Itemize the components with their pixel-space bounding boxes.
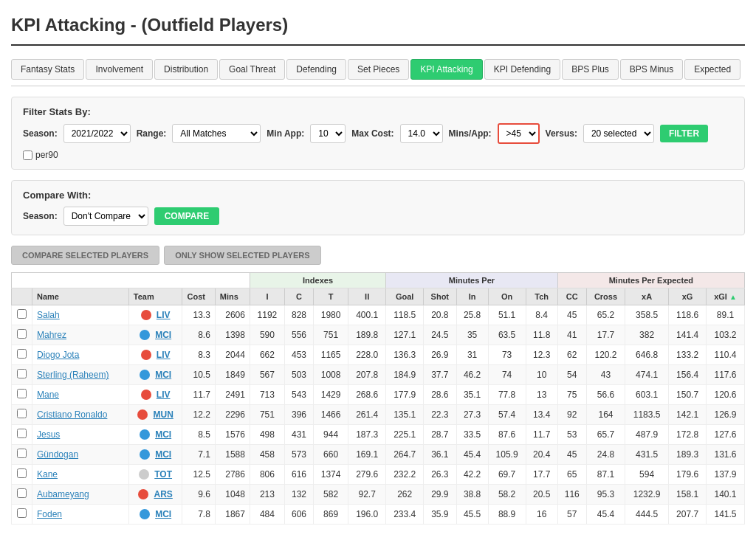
col-on[interactable]: On	[488, 288, 526, 305]
player-name-link[interactable]: Gündogan	[37, 449, 78, 460]
team-link[interactable]: MUN	[153, 409, 173, 420]
row-checkbox-cell[interactable]	[12, 485, 32, 505]
range-select[interactable]: All Matches	[172, 124, 261, 143]
row-checkbox-cell[interactable]	[12, 365, 32, 385]
player-name-link[interactable]: Cristiano Ronaldo	[37, 409, 107, 420]
col-goal[interactable]: Goal	[386, 288, 424, 305]
tab-goal-threat[interactable]: Goal Threat	[219, 59, 285, 80]
col-shot[interactable]: Shot	[424, 288, 456, 305]
row-checkbox-cell[interactable]	[12, 405, 32, 425]
tab-bps-plus[interactable]: BPS Plus	[562, 59, 619, 80]
row-name-cell[interactable]: Diogo Jota	[32, 345, 129, 365]
col-team[interactable]: Team	[128, 288, 182, 305]
compare-season-select[interactable]: Don't Compare	[63, 207, 148, 226]
col-xgi[interactable]: xGI ▲	[707, 288, 745, 305]
col-cc[interactable]: CC	[557, 288, 586, 305]
team-link[interactable]: LIV	[157, 390, 171, 400]
team-link[interactable]: TOT	[154, 469, 172, 480]
team-link[interactable]: LIV	[157, 350, 171, 360]
team-link[interactable]: MCI	[155, 370, 171, 380]
col-xg[interactable]: xG	[669, 288, 707, 305]
team-link[interactable]: ARS	[154, 489, 172, 499]
row-shot: 35.9	[424, 505, 456, 525]
row-cross: 17.7	[586, 325, 625, 345]
minsapp-select[interactable]: >45	[498, 123, 540, 144]
col-c[interactable]: C	[284, 288, 313, 305]
row-checkbox[interactable]	[17, 488, 27, 498]
row-checkbox[interactable]	[17, 468, 27, 478]
team-link[interactable]: LIV	[157, 310, 171, 320]
row-checkbox-cell[interactable]	[12, 445, 32, 465]
col-name[interactable]: Name	[32, 288, 129, 305]
season-select[interactable]: 2021/2022	[63, 124, 131, 143]
row-name-cell[interactable]: Cristiano Ronaldo	[32, 405, 129, 425]
col-t[interactable]: T	[314, 288, 348, 305]
player-name-link[interactable]: Jesus	[37, 429, 60, 440]
row-tch: 8.4	[526, 305, 557, 325]
tab-set-pieces[interactable]: Set Pieces	[348, 59, 409, 80]
tab-expected[interactable]: Expected	[684, 59, 740, 80]
player-name-link[interactable]: Foden	[37, 509, 62, 519]
row-checkbox-cell[interactable]	[12, 325, 32, 345]
player-name-link[interactable]: Aubameyang	[37, 489, 89, 499]
row-checkbox-cell[interactable]	[12, 505, 32, 525]
row-checkbox[interactable]	[17, 409, 27, 418]
row-checkbox-cell[interactable]	[12, 305, 32, 325]
per90-label[interactable]: per90	[23, 150, 58, 160]
row-checkbox[interactable]	[17, 349, 27, 359]
row-name-cell[interactable]: Kane	[32, 465, 129, 485]
tab-bps-minus[interactable]: BPS Minus	[620, 59, 683, 80]
row-checkbox-cell[interactable]	[12, 345, 32, 365]
row-checkbox[interactable]	[17, 389, 27, 398]
maxcost-select[interactable]: 14.0	[400, 124, 443, 143]
row-name-cell[interactable]: Jesus	[32, 425, 129, 445]
team-link[interactable]: MCI	[155, 330, 171, 340]
col-in[interactable]: In	[456, 288, 488, 305]
team-link[interactable]: MCI	[155, 509, 171, 519]
col-cost[interactable]: Cost	[182, 288, 215, 305]
player-name-link[interactable]: Mahrez	[37, 330, 66, 340]
row-checkbox[interactable]	[17, 449, 27, 458]
col-ii[interactable]: II	[348, 288, 386, 305]
row-checkbox[interactable]	[17, 309, 27, 319]
col-i[interactable]: I	[250, 288, 284, 305]
row-name-cell[interactable]: Foden	[32, 505, 129, 525]
row-checkbox[interactable]	[17, 369, 27, 378]
only-show-selected-button[interactable]: ONLY SHOW SELECTED PLAYERS	[164, 246, 320, 265]
minapp-select[interactable]: 10	[310, 124, 346, 143]
filter-button[interactable]: FILTER	[660, 125, 708, 142]
col-cross[interactable]: Cross	[586, 288, 625, 305]
row-checkbox-cell[interactable]	[12, 425, 32, 445]
tab-kpi-defending[interactable]: KPI Defending	[484, 59, 560, 80]
row-name-cell[interactable]: Sterling (Raheem)	[32, 365, 129, 385]
player-name-link[interactable]: Mane	[37, 390, 59, 400]
tab-kpi-attacking[interactable]: KPI Attacking	[410, 59, 482, 80]
row-checkbox-cell[interactable]	[12, 465, 32, 485]
team-link[interactable]: MCI	[155, 429, 171, 440]
player-name-link[interactable]: Kane	[37, 469, 58, 480]
row-checkbox[interactable]	[17, 329, 27, 339]
row-name-cell[interactable]: Gündogan	[32, 445, 129, 465]
row-name-cell[interactable]: Mane	[32, 385, 129, 405]
col-tch[interactable]: Tch	[526, 288, 557, 305]
player-name-link[interactable]: Sterling (Raheem)	[37, 370, 109, 380]
row-checkbox[interactable]	[17, 508, 27, 518]
compare-selected-button[interactable]: COMPARE SELECTED PLAYERS	[11, 246, 159, 265]
row-name-cell[interactable]: Salah	[32, 305, 129, 325]
player-name-link[interactable]: Salah	[37, 310, 60, 320]
tab-defending[interactable]: Defending	[286, 59, 346, 80]
row-name-cell[interactable]: Aubameyang	[32, 485, 129, 505]
row-checkbox[interactable]	[17, 429, 27, 438]
row-name-cell[interactable]: Mahrez	[32, 325, 129, 345]
row-checkbox-cell[interactable]	[12, 385, 32, 405]
player-name-link[interactable]: Diogo Jota	[37, 350, 79, 360]
col-mins[interactable]: Mins	[215, 288, 250, 305]
tab-involvement[interactable]: Involvement	[86, 59, 153, 80]
tab-distribution[interactable]: Distribution	[154, 59, 218, 80]
col-xa[interactable]: xA	[625, 288, 669, 305]
team-link[interactable]: MCI	[155, 449, 171, 460]
tab-fantasy-stats[interactable]: Fantasy Stats	[11, 59, 84, 80]
per90-checkbox[interactable]	[23, 151, 32, 160]
versus-select[interactable]: 20 selected	[583, 124, 654, 143]
compare-button[interactable]: COMPARE	[154, 207, 219, 225]
